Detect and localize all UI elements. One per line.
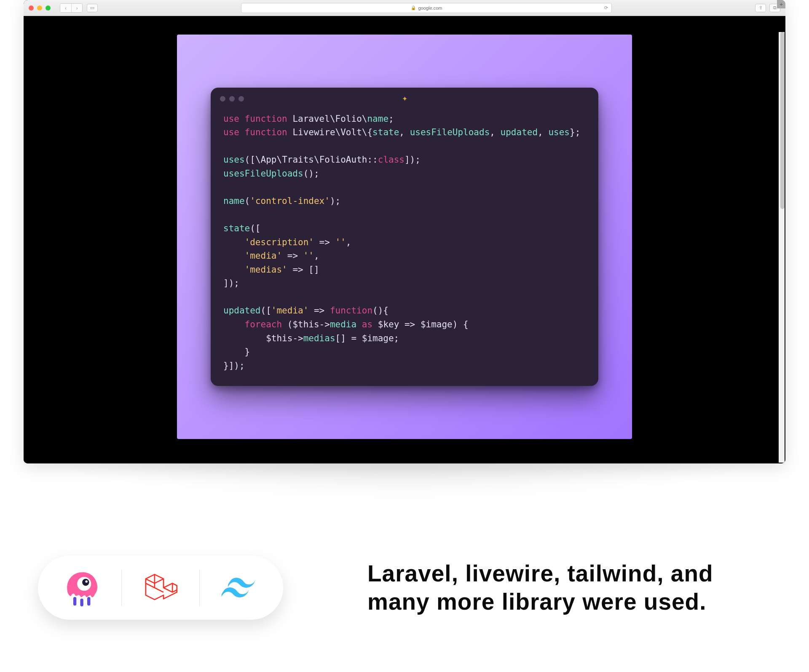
- browser-window: ‹ › ▭ 🔒 google.com ⟳ ⇪ ⧉ +: [24, 0, 785, 463]
- window-traffic-lights[interactable]: [29, 5, 51, 11]
- forward-button[interactable]: ›: [71, 4, 82, 12]
- new-tab-button[interactable]: +: [777, 0, 785, 8]
- browser-viewport: ✦ use function Laravel\Folio\name; use f…: [24, 16, 785, 463]
- divider: [121, 570, 122, 606]
- reload-icon[interactable]: ⟳: [604, 5, 608, 11]
- browser-toolbar: ‹ › ▭ 🔒 google.com ⟳ ⇪ ⧉: [24, 0, 785, 16]
- tailwind-logo: [218, 568, 259, 608]
- sparkle-icon: ✦: [402, 95, 407, 103]
- minimize-icon[interactable]: [37, 5, 42, 11]
- zoom-icon[interactable]: [46, 5, 51, 11]
- tech-stack-pill: [38, 556, 283, 620]
- divider: [199, 570, 200, 606]
- svg-rect-4: [80, 599, 83, 606]
- svg-rect-3: [73, 597, 76, 605]
- svg-point-2: [85, 581, 88, 583]
- laravel-logo: [140, 568, 181, 608]
- svg-rect-5: [87, 597, 90, 605]
- dot-icon: [229, 96, 235, 102]
- back-button[interactable]: ‹: [60, 4, 71, 12]
- hero-panel: ✦ use function Laravel\Folio\name; use f…: [177, 35, 632, 439]
- code-titlebar: ✦: [211, 88, 598, 110]
- dot-icon: [238, 96, 244, 102]
- lock-icon: 🔒: [411, 5, 416, 10]
- share-button[interactable]: ⇪: [755, 4, 766, 12]
- close-icon[interactable]: [29, 5, 34, 11]
- code-window-traffic: [220, 96, 244, 102]
- code-window: ✦ use function Laravel\Folio\name; use f…: [211, 88, 598, 386]
- scrollbar-thumb[interactable]: [780, 32, 785, 209]
- code-content: use function Laravel\Folio\name; use fun…: [211, 110, 598, 372]
- dot-icon: [220, 96, 225, 102]
- footer-section: Laravel, livewire, tailwind, and many mo…: [0, 535, 809, 640]
- sidebar-toggle-button[interactable]: ▭: [87, 4, 98, 12]
- nav-buttons: ‹ ›: [60, 3, 83, 13]
- livewire-logo: [62, 568, 103, 608]
- url-text: google.com: [418, 5, 442, 11]
- address-bar[interactable]: 🔒 google.com ⟳: [241, 3, 612, 13]
- toolbar-actions: ⇪ ⧉: [755, 4, 780, 12]
- tech-stack-headline: Laravel, livewire, tailwind, and many mo…: [367, 560, 771, 616]
